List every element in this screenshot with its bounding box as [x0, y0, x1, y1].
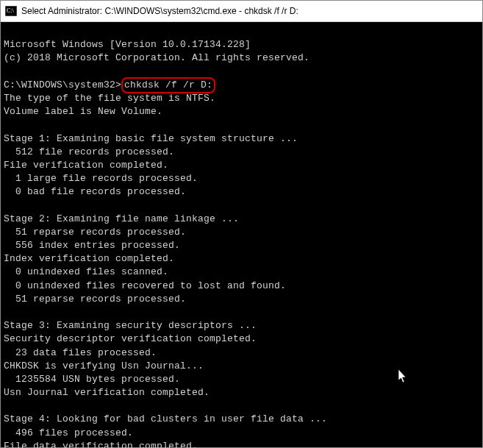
- output-line: Usn Journal verification completed.: [4, 387, 210, 398]
- output-line: File data verification completed.: [4, 441, 198, 448]
- terminal-output[interactable]: Microsoft Windows [Version 10.0.17134.22…: [1, 22, 482, 448]
- window-title: Select Administrator: C:\WINDOWS\system3…: [21, 6, 298, 16]
- output-line: Security descriptor verification complet…: [4, 333, 257, 344]
- svg-text:C:\: C:\: [7, 7, 15, 14]
- output-line: 51 reparse records processed.: [4, 227, 186, 238]
- output-line: 512 file records processed.: [4, 146, 174, 157]
- command-highlight: chkdsk /f /r D:: [121, 77, 215, 93]
- output-line: 0 unindexed files scanned.: [4, 266, 168, 277]
- output-line: 1 large file records processed.: [4, 173, 198, 184]
- output-line: Stage 2: Examining file name linkage ...: [4, 213, 239, 224]
- output-line: 0 unindexed files recovered to lost and …: [4, 280, 286, 291]
- output-line: CHKDSK is verifying Usn Journal...: [4, 360, 204, 371]
- output-line: Stage 3: Examining security descriptors …: [4, 320, 257, 331]
- output-line: 23 data files processed.: [4, 347, 157, 358]
- output-line: Stage 4: Looking for bad clusters in use…: [4, 413, 327, 424]
- output-line: 0 bad file records processed.: [4, 186, 186, 197]
- output-line: (c) 2018 Microsoft Corporation. All righ…: [4, 52, 310, 63]
- output-line: 556 index entries processed.: [4, 240, 180, 251]
- output-line: Stage 1: Examining basic file system str…: [4, 133, 298, 144]
- output-line: Microsoft Windows [Version 10.0.17134.22…: [4, 39, 251, 50]
- output-line: 496 files processed.: [4, 427, 133, 438]
- prompt: C:\WINDOWS\system32>: [4, 79, 121, 90]
- output-line: 51 reparse records processed.: [4, 294, 186, 305]
- output-line: File verification completed.: [4, 160, 168, 171]
- cmd-icon: C:\: [5, 5, 17, 17]
- typed-command: chkdsk /f /r D:: [124, 79, 212, 90]
- output-line: Volume label is New Volume.: [4, 106, 162, 117]
- cmd-window: C:\ Select Administrator: C:\WINDOWS\sys…: [0, 0, 483, 448]
- title-bar[interactable]: C:\ Select Administrator: C:\WINDOWS\sys…: [1, 1, 482, 22]
- output-line: The type of the file system is NTFS.: [4, 93, 215, 104]
- output-line: Index verification completed.: [4, 253, 174, 264]
- output-line: 1235584 USN bytes processed.: [4, 374, 180, 385]
